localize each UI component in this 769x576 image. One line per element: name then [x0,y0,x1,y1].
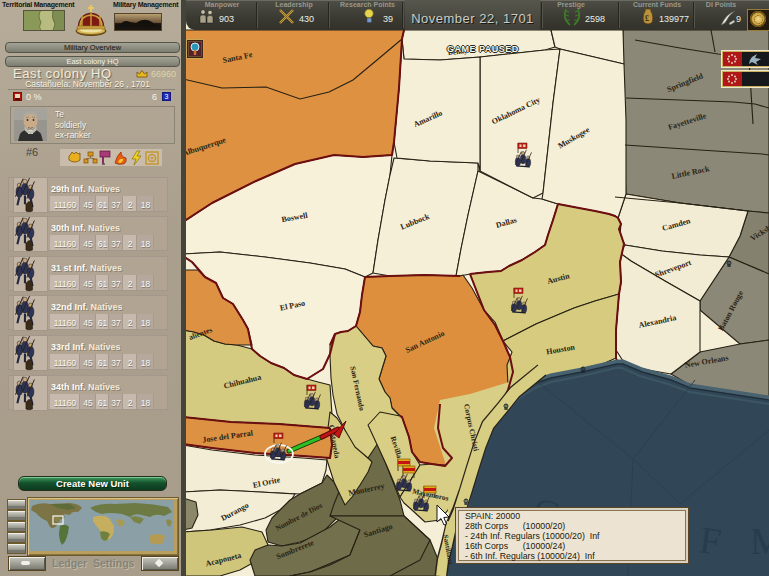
svg-text:M: M [750,520,769,562]
svg-text:£: £ [645,14,649,23]
